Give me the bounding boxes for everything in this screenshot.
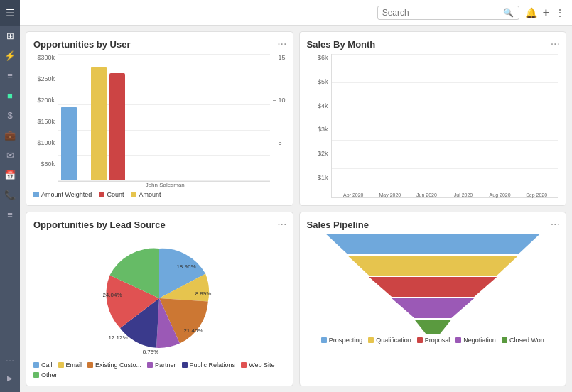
sidebar-icon-2[interactable]: ⚡	[3, 48, 17, 62]
legend-email: Email	[58, 361, 82, 369]
sidebar-icon-dollar[interactable]: $	[3, 108, 17, 122]
sales-bar-jul: Jul 2020	[447, 191, 480, 197]
legend-amount: Amount	[131, 191, 161, 198]
pie-label-email: 8.89%	[195, 290, 212, 297]
legend-count: Count	[99, 191, 124, 198]
legend-other: Other	[33, 371, 58, 379]
lead-source-legend: Call Email Existing Custo... Partner Pub…	[33, 361, 286, 379]
topbar: 🔍 🔔 + ⋮	[20, 0, 572, 26]
legend-qualification: Qualification	[368, 337, 411, 344]
search-box[interactable]: 🔍	[377, 6, 519, 20]
sales-bar-may: May 2020	[374, 191, 406, 197]
main-area: 🔍 🔔 + ⋮ Opportunities by User ··· $300k …	[20, 0, 572, 392]
card-lead-source: Opportunities by Lead Source ···	[26, 212, 293, 386]
bell-icon[interactable]: 🔔	[525, 7, 537, 18]
pie-chart: 18.96% 8.89% 21.40% 8.75% 12.12% 24.04%	[102, 241, 216, 355]
legend-call: Call	[33, 361, 53, 369]
sales-bar-sep: Sep 2020	[520, 191, 553, 197]
legend-amount-weighted: Amount Weighted	[33, 191, 92, 198]
sales-bars-area: Apr 2020 May 2020 Jun 2020 Jul 2020	[331, 54, 559, 198]
search-icon: 🔍	[503, 8, 514, 18]
sidebar-icon-briefcase[interactable]: 💼	[3, 128, 17, 142]
dashboard: Opportunities by User ··· $300k $250k $2…	[20, 26, 572, 392]
sidebar-icon-calendar[interactable]: 📅	[3, 168, 17, 182]
card-pipeline-menu[interactable]: ···	[551, 218, 560, 231]
funnel-chart	[307, 234, 559, 334]
settings-icon[interactable]: ⋮	[555, 7, 565, 18]
sidebar-icon-more[interactable]: …	[3, 351, 17, 365]
bar-amount	[91, 67, 107, 180]
legend-prospecting: Prospecting	[321, 337, 363, 344]
funnel-proposal	[369, 277, 497, 297]
funnel-prospecting	[326, 234, 539, 254]
card-pipeline-title: Sales Pipeline	[307, 219, 559, 230]
card-lead-source-menu[interactable]: ···	[277, 218, 286, 231]
bars-area	[58, 54, 270, 182]
sidebar-expand-icon[interactable]: ▶	[3, 371, 17, 385]
sidebar-icon-phone[interactable]: 📞	[3, 187, 17, 202]
card-sales-title: Sales By Month	[307, 39, 559, 50]
sidebar-icon-mail[interactable]: ✉	[3, 148, 17, 162]
sidebar-icon-3[interactable]: ≡	[3, 68, 17, 82]
funnel-negotiation	[392, 298, 474, 318]
legend-dot-amount	[131, 192, 136, 197]
sales-y-axis: $6k $5k $4k $3k $2k $1k	[307, 54, 331, 198]
pie-label-web: 24.04%	[103, 292, 122, 298]
sales-bar-jun: Jun 2020	[411, 191, 443, 197]
bar-count	[109, 73, 125, 180]
funnel-qualification	[347, 256, 518, 276]
pie-label-pr: 12.12%	[109, 334, 128, 341]
card-sales-pipeline: Sales Pipeline ···	[299, 212, 567, 386]
pie-label-partner: 8.75%	[143, 349, 159, 355]
y-axis-left: $300k $250k $200k $150k $100k $50k	[33, 54, 58, 182]
y-axis-right: – 15 – 10 – 5	[270, 54, 286, 182]
bar-amount-weighted	[61, 107, 77, 180]
legend-dot-amount-weighted	[33, 192, 39, 197]
funnel-closed-won	[414, 320, 451, 334]
sales-bar-aug: Aug 2020	[484, 191, 517, 197]
legend-existing: Existing Custo...	[87, 361, 141, 369]
sidebar-menu-icon[interactable]: ☰	[0, 0, 20, 26]
sidebar: ☰ ⊞ ⚡ ≡ ■ $ 💼 ✉ 📅 📞 ≡ … ▶	[0, 0, 20, 392]
pie-label-call: 18.96%	[177, 263, 196, 270]
opp-legend: Amount Weighted Count Amount	[33, 191, 286, 198]
card-opp-by-user: Opportunities by User ··· $300k $250k $2…	[26, 31, 293, 206]
card-sales-by-month: Sales By Month ··· $6k $5k $4k $3k $2k $…	[299, 31, 567, 206]
sidebar-icon-4[interactable]: ■	[3, 88, 17, 102]
pie-label-existing: 21.40%	[184, 327, 203, 334]
legend-negotiation: Negotiation	[455, 337, 496, 344]
card-opp-by-user-menu[interactable]: ···	[277, 38, 286, 50]
legend-website: Web Site	[241, 361, 274, 369]
sidebar-icon-home[interactable]: ⊞	[3, 28, 17, 43]
x-labels: John Salesman	[33, 182, 286, 188]
card-sales-menu[interactable]: ···	[551, 38, 560, 50]
card-lead-source-title: Opportunities by Lead Source	[33, 219, 286, 230]
legend-pr: Public Relations	[182, 361, 236, 369]
legend-closed-won: Closed Won	[502, 337, 544, 344]
legend-proposal: Proposal	[417, 337, 450, 344]
plus-icon[interactable]: +	[543, 6, 549, 19]
x-label-john: John Salesman	[62, 182, 269, 188]
opp-chart: $300k $250k $200k $150k $100k $50k	[33, 54, 286, 198]
card-opp-by-user-title: Opportunities by User	[33, 39, 286, 50]
search-input[interactable]	[382, 8, 503, 18]
sidebar-bottom: … ▶	[0, 348, 20, 392]
pipeline-legend: Prospecting Qualification Proposal Negot…	[321, 337, 544, 344]
sales-bar-apr: Apr 2020	[338, 191, 370, 197]
sidebar-icon-list[interactable]: ≡	[3, 207, 17, 222]
legend-dot-count	[99, 192, 104, 197]
legend-partner: Partner	[147, 361, 176, 369]
